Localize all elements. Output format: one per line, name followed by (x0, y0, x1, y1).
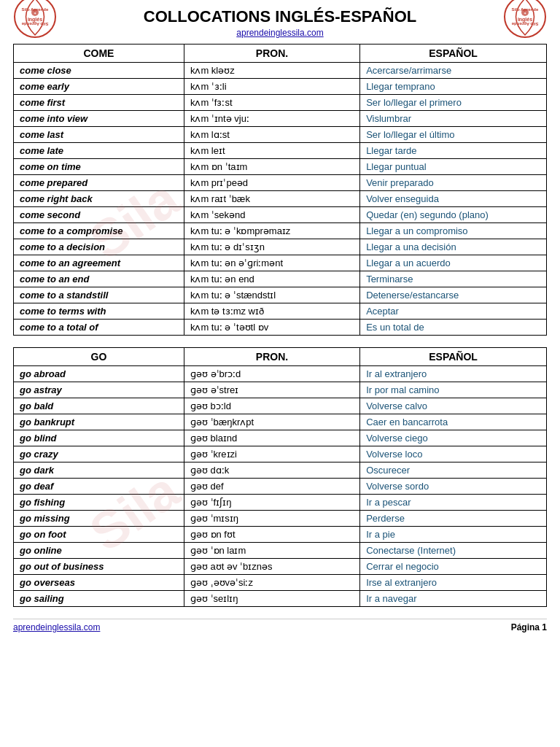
go-word-cell: go out of business (14, 559, 184, 575)
go-pron-cell: ɡəʊ ˈfɪʃɪŋ (184, 495, 359, 511)
table-row: go astrayɡəʊ əˈstreɪIr por mal camino (14, 382, 547, 398)
come-pron-cell: kʌm tuː ə dɪˈsɪʒn (184, 239, 359, 255)
header-website[interactable]: aprendeinglessila.com (13, 28, 547, 38)
go-pron-cell: ɡəʊ ˈbæŋkrʌpt (184, 414, 359, 430)
table-row: go sailingɡəʊ ˈseɪlɪŋIr a navegar (14, 591, 547, 607)
go-word-cell: go abroad (14, 366, 184, 382)
table-row: go abroadɡəʊ əˈbrɔːdIr al extranjero (14, 366, 547, 382)
table-row: come earlykʌm ˈɜːliLlegar temprano (14, 79, 547, 95)
go-esp-cell: Ir a navegar (360, 591, 547, 607)
go-pron-cell: ɡəʊ ˈkreɪzi (184, 446, 359, 462)
table-row: come to an endkʌm tuː ən endTerminarse (14, 271, 547, 287)
go-esp-cell: Ir por mal camino (360, 382, 547, 398)
footer-page: Página 1 (511, 622, 547, 632)
come-esp-cell: Detenerse/estancarse (360, 287, 547, 303)
go-pron-cell: ɡəʊ dɑːk (184, 462, 359, 479)
page-title: COLLOCATIONS INGLÉS-ESPAÑOL (13, 7, 547, 26)
table-row: come latekʌm leɪtLlegar tarde (14, 143, 547, 159)
logo-right: Silo Aprende Silo Aprende inglés ✦ (503, 0, 547, 39)
go-esp-cell: Perderse (360, 511, 547, 527)
table-row: come to a standstillkʌm tuː ə ˈstændstɪl… (14, 287, 547, 303)
table-row: come lastkʌm lɑːstSer lo/llegar el últim… (14, 127, 547, 143)
come-esp-cell: Vislumbrar (360, 111, 547, 127)
come-word-cell: come on time (14, 159, 184, 175)
table-row: go crazyɡəʊ ˈkreɪziVolverse loco (14, 446, 547, 462)
go-pron-cell: ɡəʊ def (184, 479, 359, 495)
go-pron-cell: ɡəʊ blaɪnd (184, 430, 359, 446)
go-pron-cell: ɡəʊ ˈseɪlɪŋ (184, 591, 359, 607)
go-esp-cell: Ir a pescar (360, 495, 547, 511)
svg-text:Silo Aprende: Silo Aprende (21, 22, 48, 26)
table-row: go fishingɡəʊ ˈfɪʃɪŋIr a pescar (14, 495, 547, 511)
come-header-pron: PRON. (184, 44, 359, 63)
go-word-cell: go astray (14, 382, 184, 398)
table-row: go deafɡəʊ defVolverse sordo (14, 479, 547, 495)
page-header: Silo Aprende Silo Aprende inglés ✦ COLLO… (13, 7, 547, 26)
page-footer: aprendeinglessila.com Página 1 (13, 619, 547, 632)
table-row: come closekʌm kləʊzAcercarse/arrimarse (14, 63, 547, 79)
come-word-cell: come close (14, 63, 184, 79)
go-esp-cell: Caer en bancarrota (360, 414, 547, 430)
come-esp-cell: Llegar tarde (360, 143, 547, 159)
go-esp-cell: Conectarse (Internet) (360, 543, 547, 559)
come-pron-cell: kʌm ˈɪntə vjuː (184, 111, 359, 127)
table-row: go darkɡəʊ dɑːkOscurecer (14, 462, 547, 479)
go-esp-cell: Volverse calvo (360, 398, 547, 414)
table-row: come to a decisionkʌm tuː ə dɪˈsɪʒnLlega… (14, 239, 547, 255)
come-esp-cell: Llegar a un acuerdo (360, 255, 547, 271)
go-esp-cell: Volverse loco (360, 446, 547, 462)
go-pron-cell: ɡəʊ ˌəʊvəˈsiːz (184, 575, 359, 591)
go-header-word: GO (14, 348, 184, 366)
table-row: come firstkʌm ˈfɜːstSer lo/llegar el pri… (14, 95, 547, 111)
come-pron-cell: kʌm ˈɜːli (184, 79, 359, 95)
come-esp-cell: Llegar temprano (360, 79, 547, 95)
come-esp-cell: Acercarse/arrimarse (360, 63, 547, 79)
come-pron-cell: kʌm leɪt (184, 143, 359, 159)
table-row: go on footɡəʊ ɒn fʊtIr a pie (14, 527, 547, 543)
come-word-cell: come prepared (14, 175, 184, 191)
go-pron-cell: ɡəʊ ˈɒn laɪm (184, 543, 359, 559)
come-pron-cell: kʌm prɪˈpeəd (184, 175, 359, 191)
go-word-cell: go sailing (14, 591, 184, 607)
go-pron-cell: ɡəʊ əˈbrɔːd (184, 366, 359, 382)
come-pron-cell: kʌm ˈsekənd (184, 207, 359, 223)
svg-text:Silo Aprende: Silo Aprende (511, 22, 538, 26)
go-pron-cell: ɡəʊ əˈstreɪ (184, 382, 359, 398)
come-word-cell: come to a decision (14, 239, 184, 255)
come-esp-cell: Llegar puntual (360, 159, 547, 175)
come-pron-cell: kʌm tə tɜːmz wɪð (184, 303, 359, 320)
go-esp-cell: Ir al extranjero (360, 366, 547, 382)
go-esp-cell: Volverse sordo (360, 479, 547, 495)
come-header-esp: ESPAÑOL (360, 44, 547, 63)
go-esp-cell: Irse al extranjero (360, 575, 547, 591)
come-pron-cell: kʌm lɑːst (184, 127, 359, 143)
svg-text:inglés: inglés (28, 17, 42, 23)
come-word-cell: come to an agreement (14, 255, 184, 271)
go-esp-cell: Oscurecer (360, 462, 547, 479)
come-pron-cell: kʌm tuː ə ˈtəʊtl ɒv (184, 320, 359, 336)
go-word-cell: go on foot (14, 527, 184, 543)
go-esp-cell: Cerrar el negocio (360, 559, 547, 575)
come-word-cell: come last (14, 127, 184, 143)
go-pron-cell: ɡəʊ ɒn fʊt (184, 527, 359, 543)
come-pron-cell: kʌm raɪt ˈbæk (184, 191, 359, 207)
come-esp-cell: Terminarse (360, 271, 547, 287)
go-esp-cell: Ir a pie (360, 527, 547, 543)
come-word-cell: come right back (14, 191, 184, 207)
go-word-cell: go online (14, 543, 184, 559)
come-esp-cell: Ser lo/llegar el primero (360, 95, 547, 111)
table-row: go onlineɡəʊ ˈɒn laɪmConectarse (Interne… (14, 543, 547, 559)
go-pron-cell: ɡəʊ ˈmɪsɪŋ (184, 511, 359, 527)
table-row: go blindɡəʊ blaɪndVolverse ciego (14, 430, 547, 446)
footer-website[interactable]: aprendeinglessila.com (13, 622, 100, 632)
go-word-cell: go deaf (14, 479, 184, 495)
come-pron-cell: kʌm tuː ən end (184, 271, 359, 287)
come-word-cell: come to terms with (14, 303, 184, 320)
table-row: come into viewkʌm ˈɪntə vjuːVislumbrar (14, 111, 547, 127)
table-row: come to an agreementkʌm tuː ən əˈɡriːmən… (14, 255, 547, 271)
go-word-cell: go missing (14, 511, 184, 527)
table-row: come secondkʌm ˈsekəndQuedar (en) segund… (14, 207, 547, 223)
come-word-cell: come late (14, 143, 184, 159)
go-word-cell: go dark (14, 462, 184, 479)
table-row: go bankruptɡəʊ ˈbæŋkrʌptCaer en bancarro… (14, 414, 547, 430)
